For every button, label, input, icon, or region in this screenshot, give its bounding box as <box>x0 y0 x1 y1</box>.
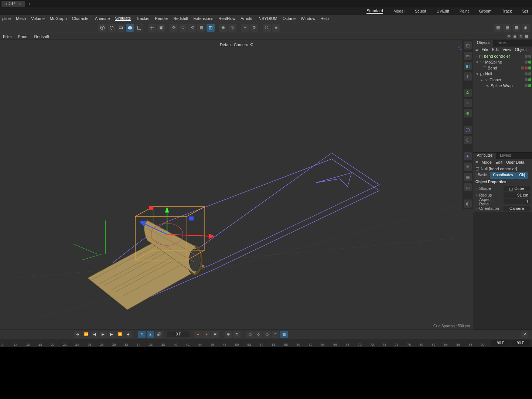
settings-icon[interactable]: ⚙ <box>250 24 258 32</box>
keyframe-options-icon[interactable]: ✲ <box>211 331 219 338</box>
key-s-icon[interactable]: ◇ <box>255 331 262 338</box>
attr-tab-object[interactable]: Obj <box>516 172 528 179</box>
render-image-icon[interactable]: ▦ <box>503 24 511 32</box>
menu-mograph[interactable]: MoGraph <box>50 16 67 21</box>
workspace-paint[interactable]: Paint <box>460 9 469 13</box>
next-key-icon[interactable]: ⏩ <box>116 331 124 338</box>
workspace-model[interactable]: Model <box>393 9 405 13</box>
sound-icon[interactable]: 🔊 <box>155 331 163 338</box>
key-pos-icon[interactable]: ⊕ <box>225 331 232 338</box>
menu-character[interactable]: Character <box>72 16 90 21</box>
menu-arnold[interactable]: Arnold <box>241 16 252 21</box>
subbar-panel[interactable]: Panel <box>18 34 28 39</box>
expand-icon[interactable]: ▸ <box>481 78 483 82</box>
picture-viewer-icon[interactable]: ◉ <box>522 24 530 32</box>
xray-icon[interactable]: ◈ <box>272 24 280 32</box>
tree-item-bend[interactable]: ⌒ Bend <box>474 65 531 71</box>
field-icon[interactable]: ✲ <box>464 89 472 97</box>
tab-layers[interactable]: Layers <box>496 153 515 159</box>
menu-extensions[interactable]: Extensions <box>193 16 213 21</box>
attr-tab-basic[interactable]: Basic <box>475 172 490 179</box>
subbar-redshift[interactable]: Redshift <box>34 34 49 39</box>
model-mode-icon[interactable] <box>126 24 134 32</box>
generator-icon[interactable]: ⬡ <box>464 136 472 144</box>
menu-mesh[interactable]: Mesh <box>16 16 26 21</box>
objects-menu-edit[interactable]: Edit <box>492 47 499 52</box>
select-mode-icon[interactable]: ◎ <box>228 24 236 32</box>
light-icon[interactable]: ☀ <box>464 163 472 171</box>
object-tree[interactable]: · ▢ bend controler ▾ 〰 MoSpline ⌒ Bend <box>473 52 532 152</box>
objects-menu-view[interactable]: View <box>502 47 511 52</box>
tree-item-null[interactable]: ▾ ▢ Null <box>474 71 531 77</box>
prev-frame-icon[interactable]: ◀ <box>91 331 98 338</box>
range-icon[interactable]: ▲ <box>147 331 154 338</box>
camera-tool-icon[interactable]: ▣ <box>464 173 472 181</box>
snap-enable-icon[interactable]: ◫ <box>207 24 215 32</box>
tag-icon[interactable]: ◐ <box>464 200 472 208</box>
key-pla-icon[interactable]: ▦ <box>280 331 288 338</box>
grid-snap-icon[interactable]: ▦ <box>197 24 205 32</box>
orientation-dropdown[interactable]: Camera <box>504 206 530 211</box>
key-param-icon[interactable]: ≡ <box>272 331 279 338</box>
objects-menu-file[interactable]: File <box>481 47 488 52</box>
solo-icon[interactable]: ⬡ <box>263 24 271 32</box>
workspace-groom[interactable]: Groom <box>479 9 492 13</box>
menu-tracker[interactable]: Tracker <box>136 16 150 21</box>
tree-item-bend-controler[interactable]: · ▢ bend controler <box>474 53 531 59</box>
goto-start-icon[interactable]: ⏮ <box>74 331 81 338</box>
viewport-nav-icon[interactable]: ✥ <box>506 34 511 39</box>
prev-key-icon[interactable]: ⏪ <box>82 331 90 338</box>
viewport-layout-icon[interactable]: ▦ <box>524 34 529 39</box>
layer-icon[interactable]: ◫ <box>464 41 472 50</box>
text-icon[interactable]: T <box>464 72 472 81</box>
key-r-icon[interactable]: ◇ <box>263 331 271 338</box>
shape-dropdown[interactable]: ▢Cube <box>504 186 530 191</box>
symmetry-icon[interactable]: ✂ <box>241 24 249 32</box>
record-icon[interactable]: ● <box>194 331 202 338</box>
menu-help[interactable]: Help <box>320 16 329 21</box>
menu-volume[interactable]: Volume <box>31 16 45 21</box>
timeline-ruler[interactable]: 2141618202224262830323436384042444648505… <box>0 339 532 348</box>
workspace-standard[interactable]: Standard <box>366 8 383 14</box>
viewport-zoom-icon[interactable]: ⊕ <box>512 34 517 39</box>
new-tab-button[interactable]: + <box>26 1 33 6</box>
aspect-input[interactable]: 1 <box>504 199 530 204</box>
sphere-primitive-icon[interactable] <box>108 24 116 32</box>
rect-icon[interactable]: ▭ <box>464 52 472 60</box>
tab-takes[interactable]: Takes <box>493 40 510 47</box>
loop-icon[interactable]: ⟲ <box>138 331 146 338</box>
viewport-rotate-icon[interactable]: ⟲ <box>518 34 523 39</box>
viewport[interactable]: Default Camera ⟲ y x z <box>0 40 473 330</box>
hamburger-icon[interactable]: ≡ <box>475 160 478 164</box>
tab-attributes[interactable]: Attributes <box>473 153 496 159</box>
key-rot-icon[interactable]: ⟲ <box>233 331 241 338</box>
expand-icon[interactable]: ▾ <box>476 72 478 76</box>
soft-select-icon[interactable]: ◉ <box>219 24 227 32</box>
floor-icon[interactable]: ▭ <box>464 183 472 191</box>
workspace-script[interactable]: Scr <box>522 9 529 13</box>
deformer-icon[interactable]: ◯ <box>464 126 472 134</box>
menu-realflow[interactable]: RealFlow <box>218 16 235 21</box>
locked-axis-icon[interactable]: ▣ <box>157 24 165 32</box>
tab-objects[interactable]: Objects <box>473 40 493 47</box>
menu-simulate[interactable]: Simulate <box>115 16 131 21</box>
render-view-icon[interactable]: ▦ <box>494 24 502 32</box>
workspace-uvedit[interactable]: UVEdit <box>436 9 449 13</box>
play-icon[interactable]: ▶ <box>99 331 107 338</box>
expand-icon[interactable]: ▾ <box>476 60 478 65</box>
move-tool-icon[interactable]: ✥ <box>170 24 178 32</box>
timeline-end-field-1[interactable]: 90 F <box>491 340 510 346</box>
workspace-sculpt[interactable]: Sculpt <box>415 9 426 13</box>
current-frame-field[interactable]: 0 F <box>167 331 190 337</box>
cube-icon[interactable]: ◧ <box>464 62 472 70</box>
timeline-expand-icon[interactable]: ↗ <box>521 331 528 338</box>
workspace-track[interactable]: Track <box>502 9 512 13</box>
texture-mode-icon[interactable] <box>135 24 143 32</box>
expand-icon[interactable]: · <box>476 54 477 58</box>
render-settings-icon[interactable]: ▦ <box>512 24 521 32</box>
menu-render[interactable]: Render <box>155 16 168 21</box>
hamburger-icon[interactable]: ≡ <box>475 47 478 52</box>
goto-end-icon[interactable]: ⏭ <box>125 331 132 338</box>
scale-tool-icon[interactable]: ◇ <box>179 24 187 32</box>
radius-input[interactable]: 91 cm <box>504 192 530 198</box>
